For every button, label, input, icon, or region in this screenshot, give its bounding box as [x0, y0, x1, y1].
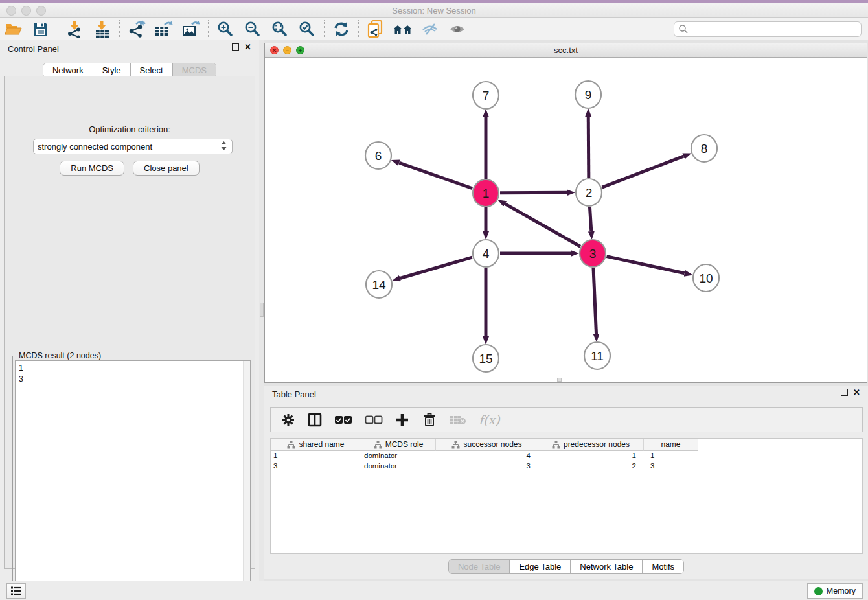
cell-successor-nodes[interactable]: 4	[436, 451, 538, 461]
tree-column-icon	[451, 441, 460, 449]
tab-mcds[interactable]: MCDS	[173, 63, 216, 77]
dropdown-stepper-icon	[220, 140, 228, 154]
graph-edge-3-11[interactable]	[593, 268, 597, 334]
deselect-all-columns-icon[interactable]	[365, 415, 383, 424]
table-tabs: Node Table Edge Table Network Table Moti…	[448, 559, 684, 574]
svg-text:14: 14	[372, 278, 386, 292]
tab-select[interactable]: Select	[131, 63, 173, 77]
tab-edge-table[interactable]: Edge Table	[510, 560, 571, 573]
cell-predecessor-nodes[interactable]: 1	[538, 451, 644, 461]
tree-column-icon	[552, 441, 560, 449]
close-panel-button[interactable]: Close panel	[133, 161, 200, 176]
graph-node-1[interactable]: 1	[473, 179, 499, 207]
window-title: Session: New Session	[0, 6, 868, 16]
table-settings-gear-icon[interactable]	[281, 413, 295, 427]
refresh-icon[interactable]	[330, 19, 353, 39]
graph-node-11[interactable]: 11	[584, 342, 610, 369]
graph-node-7[interactable]: 7	[473, 82, 499, 109]
column-header-successor-nodes[interactable]: successor nodes	[436, 439, 538, 451]
graph-edge-2-3[interactable]	[589, 207, 591, 231]
search-input[interactable]	[689, 23, 861, 35]
graph-edge-1-6[interactable]	[399, 163, 472, 189]
zoom-out-icon[interactable]	[241, 19, 264, 39]
export-network-icon[interactable]	[125, 19, 148, 39]
add-column-icon[interactable]	[395, 413, 409, 427]
graph-node-6[interactable]: 6	[365, 142, 391, 169]
cell-shared-name[interactable]: 1	[271, 451, 361, 461]
function-builder-icon: f(x)	[479, 413, 500, 427]
close-table-panel-icon[interactable]: ✕	[853, 389, 860, 396]
zoom-fit-icon[interactable]	[268, 19, 291, 39]
cell-predecessor-nodes[interactable]: 2	[538, 461, 644, 472]
cell-mcds-role[interactable]: dominator	[361, 461, 436, 472]
criterion-value: strongly connected component	[38, 142, 152, 152]
graph-node-10[interactable]: 10	[693, 264, 719, 292]
result-scrollbar[interactable]	[243, 361, 250, 598]
network-canvas[interactable]: 1234678910111415	[265, 58, 867, 382]
svg-text:7: 7	[483, 89, 490, 102]
memory-label: Memory	[827, 586, 856, 595]
show-columns-icon[interactable]	[308, 413, 322, 427]
save-session-icon[interactable]	[29, 19, 52, 39]
mcds-result-area[interactable]: 1 3	[15, 360, 251, 599]
show-all-networks-icon[interactable]	[391, 19, 415, 39]
optimization-criterion-label: Optimization criterion:	[5, 124, 255, 134]
network-window-titlebar[interactable]: ✕ − + scc.txt	[265, 43, 867, 58]
show-panels-icon[interactable]	[446, 19, 469, 39]
graph-node-3[interactable]: 3	[580, 240, 606, 267]
tab-network[interactable]: Network	[43, 63, 93, 77]
import-table-icon[interactable]	[91, 19, 114, 39]
graph-node-2[interactable]: 2	[576, 179, 602, 206]
run-mcds-button[interactable]: Run MCDS	[60, 161, 124, 176]
splitter-handle[interactable]	[260, 303, 264, 317]
graph-node-8[interactable]: 8	[691, 135, 717, 162]
cell-name[interactable]: 3	[644, 461, 698, 472]
tab-network-table[interactable]: Network Table	[571, 560, 643, 573]
select-all-columns-icon[interactable]	[334, 415, 352, 424]
table-row[interactable]: 1 dominator 4 1 1	[271, 451, 862, 461]
float-panel-icon[interactable]	[232, 43, 239, 51]
column-header-shared-name[interactable]: shared name	[271, 439, 361, 451]
clone-network-icon[interactable]	[364, 19, 387, 39]
graph-node-15[interactable]: 15	[473, 345, 499, 372]
graph-node-14[interactable]: 14	[366, 271, 392, 298]
column-header-mcds-role[interactable]: MCDS role	[361, 439, 436, 451]
cell-name[interactable]: 1	[644, 451, 698, 461]
tab-motifs[interactable]: Motifs	[643, 560, 683, 573]
cell-mcds-role[interactable]: dominator	[361, 451, 436, 461]
tree-column-icon	[374, 441, 382, 449]
vertical-splitter[interactable]	[259, 40, 264, 581]
graph-edge-2-9[interactable]	[588, 117, 589, 178]
graph-edge-4-14[interactable]	[400, 257, 472, 278]
criterion-dropdown[interactable]: strongly connected component	[33, 139, 233, 154]
graph-node-9[interactable]: 9	[575, 81, 601, 108]
zoom-in-icon[interactable]	[214, 19, 237, 39]
hide-panels-icon[interactable]	[418, 19, 442, 39]
tab-style[interactable]: Style	[93, 63, 131, 77]
tab-node-table[interactable]: Node Table	[449, 560, 510, 573]
import-network-icon[interactable]	[63, 19, 87, 39]
graph-edge-3-1[interactable]	[505, 204, 580, 247]
open-session-icon[interactable]	[2, 19, 25, 39]
close-panel-icon[interactable]: ✕	[244, 43, 251, 51]
cell-shared-name[interactable]: 3	[271, 461, 361, 472]
table-row[interactable]: 3 dominator 3 2 3	[271, 461, 862, 472]
graph-edge-1-2[interactable]	[500, 192, 567, 193]
column-header-predecessor-nodes[interactable]: predecessor nodes	[538, 439, 644, 451]
svg-text:11: 11	[591, 349, 604, 363]
delete-column-icon[interactable]	[422, 412, 437, 428]
graph-edge-3-10[interactable]	[606, 257, 684, 273]
export-table-icon[interactable]	[152, 19, 176, 39]
graph-node-4[interactable]: 4	[473, 240, 499, 267]
zoom-selected-icon[interactable]	[295, 19, 319, 39]
table-panel-title: Table Panel	[272, 389, 316, 399]
memory-button[interactable]: Memory	[807, 583, 863, 599]
float-table-panel-icon[interactable]	[841, 389, 848, 396]
graph-edge-2-8[interactable]	[602, 156, 684, 187]
export-image-icon[interactable]	[179, 19, 203, 39]
svg-text:9: 9	[585, 88, 592, 102]
network-resize-handle[interactable]	[557, 378, 562, 382]
task-history-button[interactable]	[6, 583, 26, 599]
column-header-name[interactable]: name	[644, 439, 698, 451]
cell-successor-nodes[interactable]: 3	[436, 461, 538, 472]
